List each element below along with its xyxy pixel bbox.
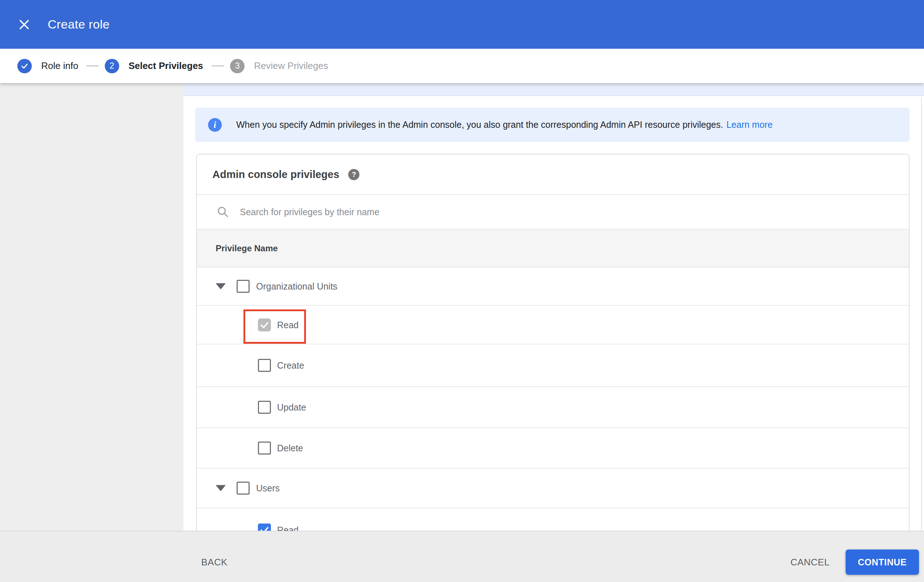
step3-circle: 3 <box>230 59 244 73</box>
dialog-footer: BACK CANCEL CONTINUE <box>0 531 924 582</box>
read-checkbox-checked-disabled[interactable] <box>258 318 271 331</box>
dialog-header: Create role <box>0 0 924 49</box>
banner-text: When you specify Admin privileges in the… <box>236 119 723 130</box>
continue-button[interactable]: CONTINUE <box>846 549 919 575</box>
step-divider <box>86 65 99 66</box>
privilege-row-update: Update <box>197 387 909 428</box>
stepper: Role info 2 Select Privileges 3 Review P… <box>0 49 924 83</box>
check-icon <box>20 62 29 71</box>
card-header: Admin console privileges ? <box>197 155 909 195</box>
privileges-card: Admin console privileges ? Privilege Nam… <box>196 154 909 531</box>
search-input[interactable] <box>240 207 746 218</box>
privilege-row-users-read: Read <box>197 508 909 531</box>
help-icon[interactable]: ? <box>348 169 360 180</box>
step-divider <box>212 65 224 66</box>
users-checkbox[interactable] <box>237 481 249 495</box>
organizational-units-checkbox[interactable] <box>237 280 249 293</box>
info-banner: i When you specify Admin privileges in t… <box>195 107 909 142</box>
close-button[interactable] <box>18 18 30 31</box>
scrolled-content-strip <box>183 83 924 96</box>
privilege-row-delete: Delete <box>197 428 909 469</box>
page-title: Create role <box>48 17 110 31</box>
privilege-label: Organizational Units <box>256 281 337 292</box>
scrollbar-track <box>921 97 922 531</box>
step-select-privileges[interactable]: 2 Select Privileges <box>105 59 203 73</box>
update-checkbox[interactable] <box>258 401 271 414</box>
step1-label: Role info <box>41 60 78 71</box>
step2-label: Select Privileges <box>129 60 203 71</box>
privilege-name-column-header: Privilege Name <box>216 243 278 254</box>
search-row <box>197 195 909 230</box>
step-role-info[interactable]: Role info <box>17 59 78 73</box>
privilege-row-read: Read <box>197 306 909 345</box>
close-icon <box>18 18 30 31</box>
search-icon <box>217 206 229 218</box>
privilege-row-users: Users <box>197 469 909 508</box>
dialog-body: i When you specify Admin privileges in t… <box>0 83 924 531</box>
create-checkbox[interactable] <box>258 359 271 372</box>
cancel-button[interactable]: CANCEL <box>790 557 829 568</box>
step1-circle <box>17 59 32 73</box>
users-read-checkbox-checked[interactable] <box>258 524 271 531</box>
learn-more-link[interactable]: Learn more <box>726 119 773 130</box>
back-button[interactable]: BACK <box>201 557 228 568</box>
privilege-label: Users <box>256 483 280 493</box>
privilege-row-organizational-units: Organizational Units <box>197 267 909 306</box>
step3-label: Review Privileges <box>254 60 328 71</box>
step-review-privileges[interactable]: 3 Review Privileges <box>230 59 328 73</box>
privilege-label: Delete <box>277 443 303 453</box>
step2-circle: 2 <box>105 59 119 73</box>
info-icon: i <box>208 118 222 132</box>
privilege-label: Create <box>277 360 304 371</box>
table-header: Privilege Name <box>197 230 909 267</box>
delete-checkbox[interactable] <box>258 442 271 455</box>
collapse-arrow-icon[interactable] <box>216 284 226 290</box>
privilege-row-create: Create <box>197 345 909 387</box>
create-role-dialog: Create role Role info 2 Select Privilege… <box>0 0 924 582</box>
privilege-label: Read <box>277 320 299 330</box>
content-panel: i When you specify Admin privileges in t… <box>183 83 924 531</box>
privilege-label: Update <box>277 402 306 413</box>
card-title: Admin console privileges <box>213 168 339 181</box>
collapse-arrow-icon[interactable] <box>216 485 226 491</box>
